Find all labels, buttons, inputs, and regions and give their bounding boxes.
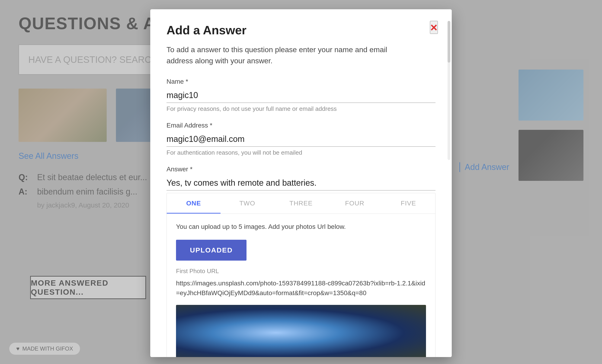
modal-close-button[interactable]: × (430, 21, 438, 34)
tab-five[interactable]: FIVE (381, 193, 435, 214)
email-field-label: Email Address * (166, 122, 436, 129)
tab-four[interactable]: FOUR (328, 193, 382, 214)
email-hint: For authentication reasons, you will not… (166, 149, 436, 156)
tab-one[interactable]: ONE (167, 193, 221, 214)
image-preview (176, 305, 426, 357)
tab-content: You can upload up to 5 images. Add your … (167, 214, 435, 357)
name-hint: For privacy reasons, do not use your ful… (166, 105, 436, 112)
photo-url-label: First Photo URL (176, 268, 426, 275)
upload-hint: You can upload up to 5 images. Add your … (176, 223, 426, 230)
email-input[interactable] (166, 132, 436, 147)
tab-three[interactable]: THREE (274, 193, 328, 214)
modal-description: To add a answer to this question please … (166, 44, 398, 66)
scrollbar-thumb (448, 21, 450, 63)
answer-field-label: Answer * (166, 166, 436, 173)
photo-url-text: https://images.unsplash.com/photo-159378… (176, 278, 426, 298)
modal-overlay: Add a Answer × To add a answer to this q… (0, 0, 602, 364)
name-field-label: Name * (166, 78, 436, 85)
image-tabs: ONE TWO THREE FOUR FIVE You can upload u… (166, 193, 436, 357)
name-input[interactable] (166, 88, 436, 103)
answer-input[interactable] (166, 176, 436, 191)
tab-two[interactable]: TWO (221, 193, 274, 214)
modal: Add a Answer × To add a answer to this q… (150, 9, 452, 357)
modal-scrollbar[interactable] (448, 21, 450, 160)
uploaded-button[interactable]: UPLOADED (176, 240, 247, 261)
image-preview-inner (176, 305, 426, 357)
modal-title: Add a Answer (166, 23, 436, 37)
tabs-row: ONE TWO THREE FOUR FIVE (167, 193, 435, 214)
